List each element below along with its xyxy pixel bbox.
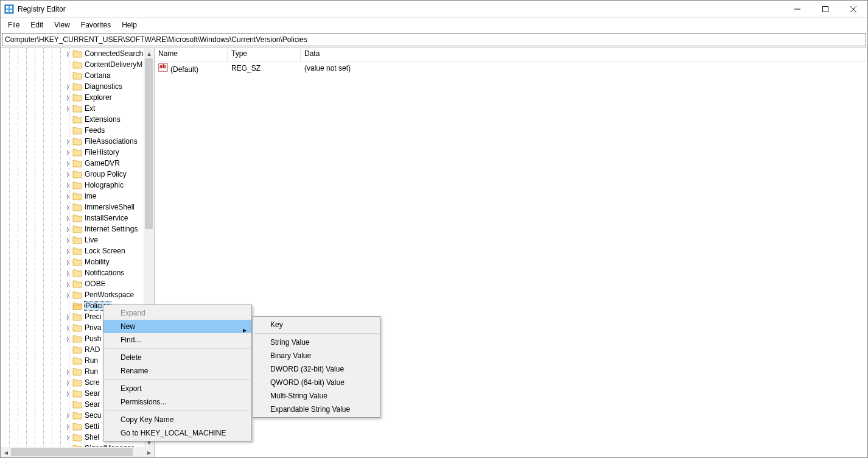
chevron-right-icon[interactable]: ❯ bbox=[65, 94, 70, 101]
tree-item-filehistory[interactable]: ❯FileHistory bbox=[1, 147, 144, 158]
chevron-right-icon[interactable]: ❯ bbox=[65, 225, 70, 233]
ctx-delete[interactable]: Delete bbox=[103, 351, 251, 364]
maximize-button[interactable] bbox=[811, 1, 839, 17]
chevron-right-icon[interactable]: ❯ bbox=[65, 181, 70, 189]
chevron-right-icon[interactable]: ❯ bbox=[65, 105, 70, 112]
chevron-right-icon[interactable]: ❯ bbox=[65, 192, 70, 200]
column-data[interactable]: Data bbox=[301, 48, 867, 61]
chevron-right-icon[interactable] bbox=[65, 72, 70, 79]
chevron-right-icon[interactable]: ❯ bbox=[65, 412, 70, 419]
scroll-left-icon[interactable]: ◂ bbox=[1, 447, 11, 457]
chevron-right-icon[interactable]: ❯ bbox=[65, 203, 70, 211]
tree-item-cortana[interactable]: Cortana bbox=[1, 70, 144, 81]
list-header[interactable]: Name Type Data bbox=[155, 48, 867, 62]
chevron-right-icon[interactable]: ❯ bbox=[65, 214, 70, 222]
chevron-right-icon[interactable] bbox=[65, 357, 70, 364]
context-submenu-new[interactable]: Key String Value Binary Value DWORD (32-… bbox=[253, 316, 380, 418]
tree-item-internet-settings[interactable]: ❯Internet Settings bbox=[1, 224, 144, 234]
tree-item-live[interactable]: ❯Live bbox=[1, 234, 144, 245]
ctx-find[interactable]: Find... bbox=[103, 333, 251, 347]
titlebar[interactable]: Registry Editor bbox=[1, 1, 867, 18]
value-row-default[interactable]: (Default) REG_SZ (value not set) bbox=[155, 63, 867, 74]
tree-item-notifications[interactable]: ❯Notifications bbox=[1, 267, 144, 278]
tree-item-label: FileAssociations bbox=[85, 137, 138, 146]
sub-dword-value[interactable]: DWORD (32-bit) Value bbox=[253, 362, 380, 376]
chevron-right-icon[interactable]: ❯ bbox=[65, 83, 70, 90]
ctx-expand[interactable]: Expand bbox=[103, 306, 251, 320]
sub-string-value[interactable]: String Value bbox=[253, 336, 380, 349]
minimize-button[interactable] bbox=[783, 1, 811, 17]
chevron-right-icon[interactable]: ❯ bbox=[65, 313, 70, 320]
tree-item-gamedvr[interactable]: ❯GameDVR bbox=[1, 158, 144, 169]
column-type[interactable]: Type bbox=[228, 48, 301, 61]
chevron-right-icon[interactable]: ❯ bbox=[65, 160, 70, 167]
chevron-right-icon[interactable]: ❯ bbox=[65, 269, 70, 277]
tree-item-penworkspace[interactable]: ❯PenWorkspace bbox=[1, 289, 144, 300]
tree-horizontal-scrollbar[interactable]: ◂ ▸ bbox=[1, 447, 154, 457]
hscroll-thumb[interactable] bbox=[11, 448, 133, 456]
ctx-goto-hklm[interactable]: Go to HKEY_LOCAL_MACHINE bbox=[103, 426, 251, 440]
close-button[interactable] bbox=[839, 1, 867, 17]
chevron-right-icon[interactable] bbox=[65, 116, 70, 123]
tree-item-explorer[interactable]: ❯Explorer bbox=[1, 92, 144, 103]
tree-item-extensions[interactable]: Extensions bbox=[1, 114, 144, 125]
column-name[interactable]: Name bbox=[155, 48, 228, 61]
address-bar[interactable]: Computer\HKEY_CURRENT_USER\SOFTWARE\Micr… bbox=[2, 33, 866, 46]
tree-item-connectedsearch[interactable]: ❯ConnectedSearch bbox=[1, 48, 144, 59]
tree-item-fileassociations[interactable]: ❯FileAssociations bbox=[1, 136, 144, 147]
chevron-right-icon[interactable] bbox=[65, 302, 70, 309]
tree-item-diagnostics[interactable]: ❯Diagnostics bbox=[1, 81, 144, 92]
sub-expandable-string-value[interactable]: Expandable String Value bbox=[253, 403, 380, 416]
tree-item-lock-screen[interactable]: ❯Lock Screen bbox=[1, 245, 144, 256]
scroll-right-icon[interactable]: ▸ bbox=[144, 447, 154, 457]
menu-file[interactable]: File bbox=[3, 19, 24, 30]
chevron-right-icon[interactable]: ❯ bbox=[65, 50, 70, 57]
chevron-right-icon[interactable]: ❯ bbox=[65, 368, 70, 375]
sub-qword-value[interactable]: QWORD (64-bit) Value bbox=[253, 376, 380, 389]
context-menu[interactable]: Expand New ▸ Find... Delete Rename Expor… bbox=[103, 305, 252, 442]
tree-item-ime[interactable]: ❯ime bbox=[1, 191, 144, 202]
tree-item-immersiveshell[interactable]: ❯ImmersiveShell bbox=[1, 202, 144, 213]
chevron-right-icon[interactable]: ❯ bbox=[65, 324, 70, 331]
menu-view[interactable]: View bbox=[49, 19, 75, 30]
chevron-right-icon[interactable] bbox=[65, 346, 70, 353]
ctx-rename[interactable]: Rename bbox=[103, 364, 251, 378]
scroll-thumb[interactable] bbox=[145, 58, 153, 229]
tree-item-mobility[interactable]: ❯Mobility bbox=[1, 256, 144, 267]
chevron-right-icon[interactable]: ❯ bbox=[65, 390, 70, 397]
tree-item-holographic[interactable]: ❯Holographic bbox=[1, 180, 144, 191]
ctx-new[interactable]: New ▸ bbox=[103, 320, 251, 333]
menu-help[interactable]: Help bbox=[117, 19, 142, 30]
chevron-right-icon[interactable]: ❯ bbox=[65, 247, 70, 255]
folder-icon bbox=[72, 71, 82, 80]
tree-item-group-policy[interactable]: ❯Group Policy bbox=[1, 169, 144, 180]
scroll-up-icon[interactable]: ▴ bbox=[144, 48, 154, 58]
tree-item-feeds[interactable]: Feeds bbox=[1, 125, 144, 136]
tree-item-oobe[interactable]: ❯OOBE bbox=[1, 278, 144, 289]
ctx-export[interactable]: Export bbox=[103, 382, 251, 395]
ctx-copy-key-name[interactable]: Copy Key Name bbox=[103, 413, 251, 426]
chevron-right-icon[interactable]: ❯ bbox=[65, 379, 70, 386]
chevron-right-icon[interactable]: ❯ bbox=[65, 434, 70, 441]
chevron-right-icon[interactable]: ❯ bbox=[65, 280, 70, 287]
chevron-right-icon[interactable]: ❯ bbox=[65, 291, 70, 298]
chevron-right-icon[interactable] bbox=[65, 127, 70, 134]
chevron-right-icon[interactable]: ❯ bbox=[65, 335, 70, 342]
chevron-right-icon[interactable] bbox=[65, 61, 70, 68]
tree-item-ext[interactable]: ❯Ext bbox=[1, 103, 144, 114]
sub-binary-value[interactable]: Binary Value bbox=[253, 349, 380, 362]
chevron-right-icon[interactable]: ❯ bbox=[65, 258, 70, 266]
chevron-right-icon[interactable]: ❯ bbox=[65, 138, 70, 145]
ctx-permissions[interactable]: Permissions... bbox=[103, 395, 251, 409]
menu-edit[interactable]: Edit bbox=[26, 19, 48, 30]
chevron-right-icon[interactable]: ❯ bbox=[65, 236, 70, 244]
tree-item-installservice[interactable]: ❯InstallService bbox=[1, 213, 144, 224]
sub-key[interactable]: Key bbox=[253, 318, 380, 331]
chevron-right-icon[interactable]: ❯ bbox=[65, 423, 70, 430]
chevron-right-icon[interactable]: ❯ bbox=[65, 149, 70, 156]
chevron-right-icon[interactable] bbox=[65, 401, 70, 408]
chevron-right-icon[interactable]: ❯ bbox=[65, 171, 70, 178]
tree-item-contentdeliverym[interactable]: ContentDeliveryM bbox=[1, 59, 144, 70]
menu-favorites[interactable]: Favorites bbox=[76, 19, 116, 30]
sub-multi-string-value[interactable]: Multi-String Value bbox=[253, 389, 380, 403]
